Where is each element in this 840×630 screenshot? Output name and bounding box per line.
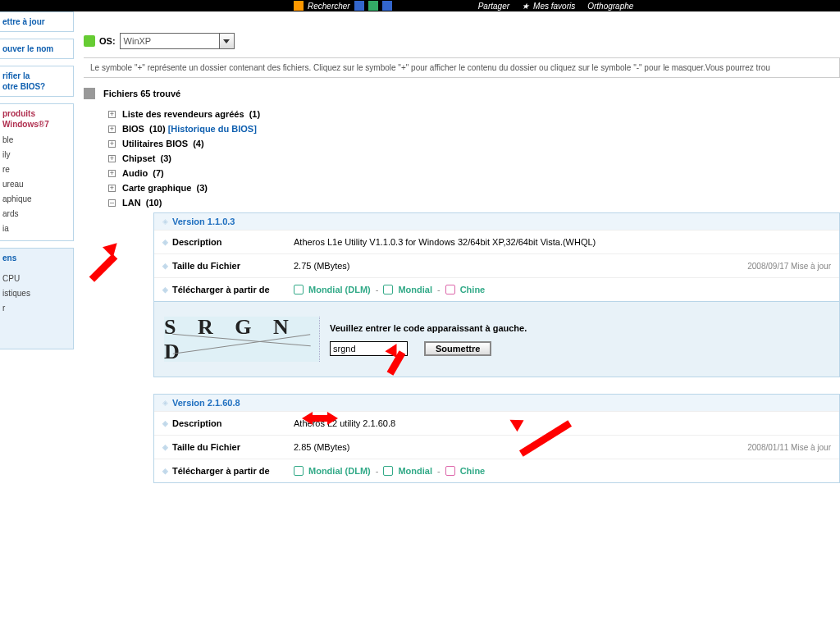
os-icon xyxy=(84,35,95,47)
size-value: 2.85 (MBytes) xyxy=(294,442,349,452)
sidebar-link[interactable]: rifier la xyxy=(2,71,30,80)
tree-item[interactable]: +BIOS (10) [Historique du BIOS] xyxy=(108,124,840,134)
download-chine[interactable]: Chine xyxy=(460,466,486,476)
download-icon xyxy=(445,466,455,476)
tree-item[interactable]: +Chipset (3) xyxy=(108,153,840,163)
sidebar-item[interactable]: r xyxy=(2,301,71,316)
submit-button[interactable]: Soumettre xyxy=(424,341,491,356)
size-value: 2.75 (MBytes) xyxy=(294,261,349,271)
files-header: Fichiers 65 trouvé xyxy=(84,88,840,99)
download-label: Télécharger à partir de xyxy=(172,466,270,476)
captcha-section: S R G N D Veuillez entrer le code appara… xyxy=(154,301,839,377)
version-label: Version 1.1.0.3 xyxy=(172,217,235,226)
expand-icon[interactable]: + xyxy=(108,126,116,133)
sidebar-item[interactable]: ia xyxy=(2,221,71,236)
sidebar-item[interactable]: ureau xyxy=(2,177,71,192)
expand-icon[interactable]: + xyxy=(108,170,116,177)
main-content: OS: WinXP Le symbole "+" représente un d… xyxy=(84,33,840,500)
toolbar-icon xyxy=(368,1,378,11)
annotation-arrow xyxy=(377,345,410,377)
version-entry: ◈Version 1.1.0.3 ◈Description Atheros L1… xyxy=(153,212,840,377)
captcha-image: S R G N D xyxy=(164,317,320,362)
toolbar-icon xyxy=(382,1,392,11)
tree-item[interactable]: +Utilitaires BIOS (4) xyxy=(108,139,840,148)
expand-icon[interactable]: + xyxy=(108,140,116,148)
sidebar-link[interactable]: ettre à jour xyxy=(2,17,45,26)
version-entry: ◈Version 2.1.60.8 ◈Description Atheros L… xyxy=(153,394,840,483)
files-icon xyxy=(84,88,95,99)
sidebar-item[interactable]: CPU xyxy=(2,272,71,286)
os-select[interactable]: WinXP xyxy=(120,33,235,49)
download-mondial[interactable]: Mondial xyxy=(398,466,432,476)
size-label: Taille du Fichier xyxy=(172,261,240,271)
annotation-arrow xyxy=(509,418,574,459)
sidebar-item[interactable]: ards xyxy=(2,207,71,221)
toolbar-search[interactable]: Rechercher xyxy=(308,2,350,11)
download-chine[interactable]: Chine xyxy=(460,285,486,294)
version-header: ◈Version 1.1.0.3 xyxy=(154,213,839,230)
sidebar-item[interactable]: ble xyxy=(2,133,71,148)
download-icon xyxy=(383,466,393,476)
sidebar-item[interactable]: ens xyxy=(2,253,71,263)
os-label: OS: xyxy=(99,36,116,46)
version-label: Version 2.1.60.8 xyxy=(172,398,240,408)
tree-item[interactable]: +Audio (7) xyxy=(108,168,840,178)
sidebar-link[interactable]: ouver le nom xyxy=(2,44,53,53)
toolbar-share[interactable]: Partager xyxy=(478,2,509,11)
annotation-arrow xyxy=(302,412,338,425)
download-icon xyxy=(445,285,455,294)
tree-item[interactable]: +Liste des revendeurs agréés (1) xyxy=(108,109,840,119)
annotation-arrow xyxy=(79,240,120,281)
toolbar-spell[interactable]: Orthographe xyxy=(587,2,633,11)
toolbar-icon xyxy=(354,1,364,11)
toolbar-favs[interactable]: Mes favoris xyxy=(533,2,575,11)
tree-item-lan[interactable]: –LAN (10) xyxy=(108,198,840,208)
expand-icon[interactable]: + xyxy=(108,185,116,192)
download-mondial-dlm[interactable]: Mondial (DLM) xyxy=(308,285,371,294)
desc-value: Atheros L1e Utility V1.1.0.3 for Windows… xyxy=(294,237,831,247)
tree-item[interactable]: +Carte graphique (3) xyxy=(108,183,840,193)
sidebar-highlight[interactable]: produits xyxy=(2,108,71,119)
sidebar-item[interactable]: istiques xyxy=(2,286,71,301)
sidebar-item[interactable]: ily xyxy=(2,148,71,162)
files-count: Fichiers 65 trouvé xyxy=(103,89,180,98)
download-icon xyxy=(383,285,393,294)
hint-banner: Le symbole "+" représente un dossier con… xyxy=(84,57,840,78)
download-icon xyxy=(294,285,304,294)
download-label: Télécharger à partir de xyxy=(172,285,270,294)
version-header: ◈Version 2.1.60.8 xyxy=(154,395,839,411)
browser-toolbar: Rechercher Partager ★ Mes favoris Orthog… xyxy=(0,0,840,11)
download-tree: +Liste des revendeurs agréés (1) +BIOS (… xyxy=(108,109,840,483)
os-selector-row: OS: WinXP xyxy=(84,33,840,49)
sidebar-highlight[interactable]: Windows®7 xyxy=(2,119,71,130)
download-mondial[interactable]: Mondial xyxy=(398,285,432,294)
size-label: Taille du Fichier xyxy=(172,442,240,452)
collapse-icon[interactable]: – xyxy=(108,199,116,207)
captcha-prompt: Veuillez entrer le code apparaissant à g… xyxy=(330,323,527,333)
download-icon xyxy=(294,466,304,476)
search-icon xyxy=(294,1,304,11)
desc-label: Description xyxy=(172,237,222,247)
desc-label: Description xyxy=(172,418,222,428)
sidebar-item[interactable]: aphique xyxy=(2,192,71,207)
download-mondial-dlm[interactable]: Mondial (DLM) xyxy=(308,466,371,476)
sidebar: ettre à jour ouver le nom rifier laotre … xyxy=(0,11,74,349)
expand-icon[interactable]: + xyxy=(108,111,116,118)
sidebar-item[interactable]: re xyxy=(2,162,71,177)
expand-icon[interactable]: + xyxy=(108,155,116,162)
